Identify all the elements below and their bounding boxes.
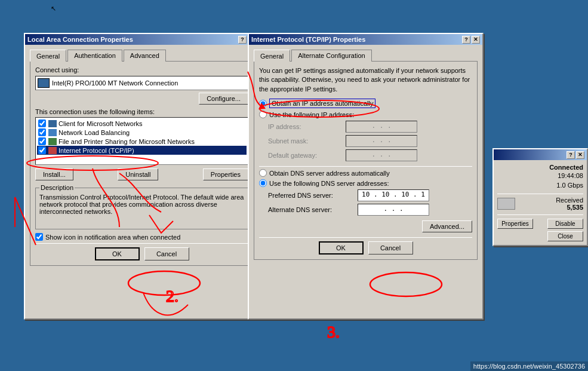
cancel-button-w2[interactable]: Cancel bbox=[368, 241, 413, 255]
network-status-window: ? ✕ Connected 19:44:08 1.0 Gbps Received… bbox=[492, 148, 588, 246]
received-label: Received bbox=[556, 197, 583, 204]
item-icon-4 bbox=[48, 147, 57, 154]
svg-text:3.: 3. bbox=[327, 323, 340, 341]
intro-text: You can get IP settings assigned automat… bbox=[259, 66, 472, 94]
mouse-cursor: ↖ bbox=[51, 5, 56, 13]
window2-tab-content: You can get IP settings assigned automat… bbox=[254, 61, 478, 260]
window2-help-btn[interactable]: ? bbox=[462, 36, 470, 44]
description-text: Transmission Control Protocol/Internet P… bbox=[39, 194, 244, 226]
window1-titlebar: Local Area Connection Properties ? ✕ bbox=[25, 34, 258, 45]
tab-authentication[interactable]: Authentication bbox=[67, 50, 122, 62]
ip-address-label: IP address: bbox=[268, 123, 346, 130]
radio-auto-dns[interactable] bbox=[259, 169, 267, 177]
radio-auto-ip-label: Obtain an IP address automatically bbox=[269, 99, 375, 108]
list-item: File and Printer Sharing for Microsoft N… bbox=[37, 137, 247, 146]
subnet-mask-input[interactable]: . . . bbox=[346, 135, 417, 147]
ip-address-input[interactable]: . . . bbox=[346, 121, 417, 133]
item-checkbox-1[interactable] bbox=[38, 119, 46, 127]
subnet-mask-label: Subnet mask: bbox=[268, 137, 346, 145]
item-label-2: Network Load Balancing bbox=[59, 129, 130, 136]
ok-button-w1[interactable]: OK bbox=[95, 247, 140, 260]
preferred-dns-label: Preferred DNS server: bbox=[268, 192, 358, 199]
local-area-connection-window: Local Area Connection Properties ? ✕ Gen… bbox=[24, 33, 260, 320]
window3-close-btn[interactable]: ✕ bbox=[576, 151, 584, 159]
item-checkbox-3[interactable] bbox=[38, 137, 46, 145]
item-label-4: Internet Protocol (TCP/IP) bbox=[59, 147, 134, 154]
configure-button[interactable]: Configure... bbox=[199, 93, 248, 105]
properties-button-w3[interactable]: Properties bbox=[497, 219, 533, 229]
tcp-ip-properties-window: Internet Protocol (TCP/IP) Properties ? … bbox=[248, 33, 484, 320]
item-icon-2 bbox=[48, 129, 57, 136]
close-button-w3[interactable]: Close bbox=[547, 231, 583, 241]
items-list: Client for Microsoft Networks Network Lo… bbox=[35, 117, 248, 165]
url-bar: https://blog.csdn.net/weixin_45302736 bbox=[470, 361, 588, 371]
radio-auto-dns-label: Obtain DNS server address automatically bbox=[269, 170, 390, 177]
preferred-dns-input[interactable]: 10 . 10 . 10 . 1 bbox=[358, 189, 429, 201]
item-checkbox-2[interactable] bbox=[38, 128, 46, 136]
items-label: This connection uses the following items… bbox=[35, 108, 248, 115]
item-label-1: Client for Microsoft Networks bbox=[59, 120, 143, 127]
item-checkbox-4[interactable] bbox=[38, 146, 46, 154]
tab-general-w1[interactable]: General bbox=[30, 50, 66, 62]
item-icon-1 bbox=[48, 120, 57, 127]
window2-title: Internet Protocol (TCP/IP) Properties bbox=[251, 36, 365, 43]
window1-help-btn[interactable]: ? bbox=[238, 36, 247, 44]
window2-close-btn[interactable]: ✕ bbox=[472, 36, 480, 44]
ok-button-w2[interactable]: OK bbox=[319, 241, 364, 255]
radio-auto-ip[interactable] bbox=[259, 100, 267, 108]
connect-using-label: Connect using: bbox=[35, 66, 248, 73]
list-item: Client for Microsoft Networks bbox=[37, 119, 247, 128]
radio-manual-dns[interactable] bbox=[259, 179, 267, 187]
tab-advanced[interactable]: Advanced bbox=[124, 50, 166, 62]
advanced-button[interactable]: Advanced... bbox=[422, 220, 472, 232]
cancel-button-w1[interactable]: Cancel bbox=[144, 247, 189, 260]
list-item: Internet Protocol (TCP/IP) bbox=[37, 146, 247, 155]
install-button[interactable]: Install... bbox=[35, 168, 73, 180]
uninstall-button[interactable]: Uninstall bbox=[118, 168, 158, 180]
default-gateway-input[interactable]: . . . bbox=[346, 149, 417, 161]
window1-title: Local Area Connection Properties bbox=[27, 36, 133, 43]
time-value: 19:44:08 bbox=[558, 172, 583, 179]
list-item: Network Load Balancing bbox=[37, 128, 247, 137]
show-icon-label: Show icon in notification area when conn… bbox=[45, 234, 180, 241]
properties-button-w1[interactable]: Properties bbox=[203, 168, 248, 180]
window2-titlebar: Internet Protocol (TCP/IP) Properties ? … bbox=[249, 34, 482, 45]
tab-alternate-config[interactable]: Alternate Configuration bbox=[291, 50, 372, 62]
window2-tabs: General Alternate Configuration bbox=[254, 50, 478, 62]
radio-manual-ip[interactable] bbox=[259, 111, 267, 118]
radio-manual-dns-label: Use the following DNS server addresses: bbox=[269, 180, 389, 187]
alternate-dns-input[interactable]: . . . bbox=[358, 204, 429, 216]
default-gateway-label: Default gateway: bbox=[268, 152, 346, 159]
item-label-3: File and Printer Sharing for Microsoft N… bbox=[59, 138, 195, 145]
disable-button[interactable]: Disable bbox=[547, 219, 583, 229]
adapter-icon bbox=[38, 78, 50, 88]
alternate-dns-label: Alternate DNS server: bbox=[268, 206, 358, 213]
show-icon-checkbox[interactable] bbox=[35, 233, 43, 241]
tab-general-w2[interactable]: General bbox=[254, 50, 290, 62]
item-icon-3 bbox=[48, 138, 57, 145]
speed-value: 1.0 Gbps bbox=[556, 182, 583, 189]
window1-tab-content: Connect using: Intel(R) PRO/1000 MT Netw… bbox=[30, 61, 254, 266]
radio-manual-ip-label: Use the following IP address: bbox=[269, 111, 354, 118]
window3-titlebar: ? ✕ bbox=[494, 149, 587, 160]
status-label: Connected bbox=[549, 164, 583, 171]
window3-help-btn[interactable]: ? bbox=[567, 151, 575, 159]
window1-tabs: General Authentication Advanced bbox=[30, 50, 254, 62]
received-value: 5,535 bbox=[556, 204, 583, 211]
adapter-name: Intel(R) PRO/1000 MT Network Connection bbox=[52, 79, 178, 87]
description-legend: Description bbox=[39, 184, 75, 191]
